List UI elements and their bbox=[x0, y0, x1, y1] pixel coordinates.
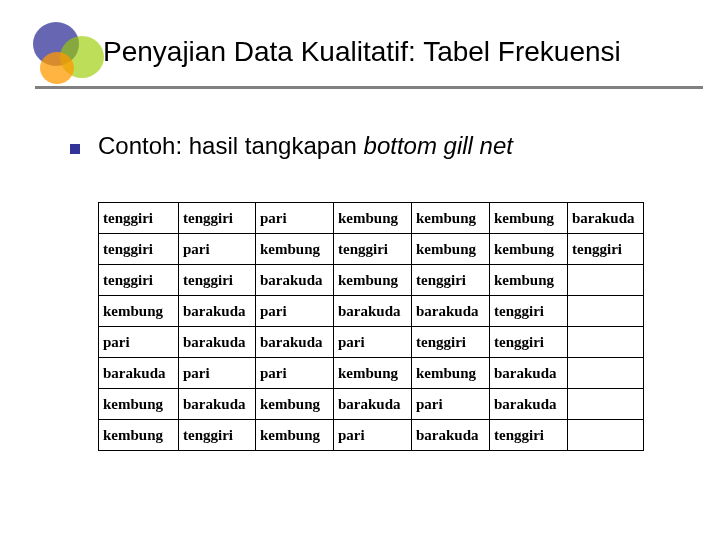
bullet-text-prefix: Contoh: hasil tangkapan bbox=[98, 132, 364, 159]
table-row: tenggiri tenggiri pari kembung kembung k… bbox=[99, 203, 644, 234]
title-underline bbox=[35, 86, 703, 89]
table-cell: tenggiri bbox=[490, 420, 568, 451]
table-cell: kembung bbox=[334, 265, 412, 296]
table-cell: tenggiri bbox=[179, 265, 256, 296]
table-cell: kembung bbox=[99, 296, 179, 327]
table-row: barakuda pari pari kembung kembung barak… bbox=[99, 358, 644, 389]
bullet-square-icon bbox=[70, 144, 80, 154]
table-cell: barakuda bbox=[256, 327, 334, 358]
table-row: kembung tenggiri kembung pari barakuda t… bbox=[99, 420, 644, 451]
table-cell: barakuda bbox=[412, 296, 490, 327]
data-table-container: tenggiri tenggiri pari kembung kembung k… bbox=[98, 202, 644, 451]
table-cell bbox=[568, 389, 644, 420]
table-cell: tenggiri bbox=[490, 296, 568, 327]
table-cell: pari bbox=[179, 358, 256, 389]
table-cell bbox=[568, 420, 644, 451]
table-cell: barakuda bbox=[490, 358, 568, 389]
table-cell: barakuda bbox=[179, 327, 256, 358]
table-cell: barakuda bbox=[256, 265, 334, 296]
data-table-body: tenggiri tenggiri pari kembung kembung k… bbox=[99, 203, 644, 451]
table-cell: barakuda bbox=[179, 389, 256, 420]
table-cell: kembung bbox=[490, 203, 568, 234]
table-cell: tenggiri bbox=[99, 265, 179, 296]
table-cell: tenggiri bbox=[412, 327, 490, 358]
table-cell: barakuda bbox=[490, 389, 568, 420]
table-cell: kembung bbox=[490, 234, 568, 265]
table-cell: tenggiri bbox=[99, 234, 179, 265]
table-cell: tenggiri bbox=[179, 420, 256, 451]
table-cell: tenggiri bbox=[334, 234, 412, 265]
bullet-text: Contoh: hasil tangkapan bottom gill net bbox=[98, 132, 513, 160]
table-cell bbox=[568, 265, 644, 296]
slide: Penyajian Data Kualitatif: Tabel Frekuen… bbox=[0, 0, 720, 540]
table-cell: pari bbox=[179, 234, 256, 265]
table-cell: kembung bbox=[334, 358, 412, 389]
table-cell: kembung bbox=[412, 358, 490, 389]
table-cell: pari bbox=[256, 203, 334, 234]
table-row: tenggiri tenggiri barakuda kembung tengg… bbox=[99, 265, 644, 296]
table-cell: kembung bbox=[412, 234, 490, 265]
table-cell: kembung bbox=[256, 389, 334, 420]
table-cell bbox=[568, 327, 644, 358]
table-cell: kembung bbox=[99, 420, 179, 451]
table-row: tenggiri pari kembung tenggiri kembung k… bbox=[99, 234, 644, 265]
table-cell: tenggiri bbox=[99, 203, 179, 234]
table-cell: barakuda bbox=[334, 389, 412, 420]
table-cell: tenggiri bbox=[568, 234, 644, 265]
table-cell: pari bbox=[256, 296, 334, 327]
table-cell: barakuda bbox=[99, 358, 179, 389]
table-cell: pari bbox=[334, 327, 412, 358]
table-cell: pari bbox=[99, 327, 179, 358]
table-cell: barakuda bbox=[568, 203, 644, 234]
data-table: tenggiri tenggiri pari kembung kembung k… bbox=[98, 202, 644, 451]
table-cell: tenggiri bbox=[179, 203, 256, 234]
table-cell: kembung bbox=[412, 203, 490, 234]
bullet-text-italic: bottom gill net bbox=[364, 132, 513, 159]
table-cell: kembung bbox=[99, 389, 179, 420]
table-cell: kembung bbox=[256, 420, 334, 451]
slide-title: Penyajian Data Kualitatif: Tabel Frekuen… bbox=[103, 36, 621, 68]
table-cell: barakuda bbox=[179, 296, 256, 327]
table-cell: kembung bbox=[334, 203, 412, 234]
table-row: pari barakuda barakuda pari tenggiri ten… bbox=[99, 327, 644, 358]
table-row: kembung barakuda kembung barakuda pari b… bbox=[99, 389, 644, 420]
table-cell: barakuda bbox=[334, 296, 412, 327]
table-cell: tenggiri bbox=[412, 265, 490, 296]
table-cell: kembung bbox=[256, 234, 334, 265]
table-cell: pari bbox=[412, 389, 490, 420]
table-cell: barakuda bbox=[412, 420, 490, 451]
table-cell: pari bbox=[334, 420, 412, 451]
table-cell: kembung bbox=[490, 265, 568, 296]
decoration-circle-orange bbox=[40, 52, 74, 84]
table-cell bbox=[568, 358, 644, 389]
table-row: kembung barakuda pari barakuda barakuda … bbox=[99, 296, 644, 327]
table-cell: pari bbox=[256, 358, 334, 389]
table-cell bbox=[568, 296, 644, 327]
bullet-item: Contoh: hasil tangkapan bottom gill net bbox=[70, 132, 513, 160]
table-cell: tenggiri bbox=[490, 327, 568, 358]
